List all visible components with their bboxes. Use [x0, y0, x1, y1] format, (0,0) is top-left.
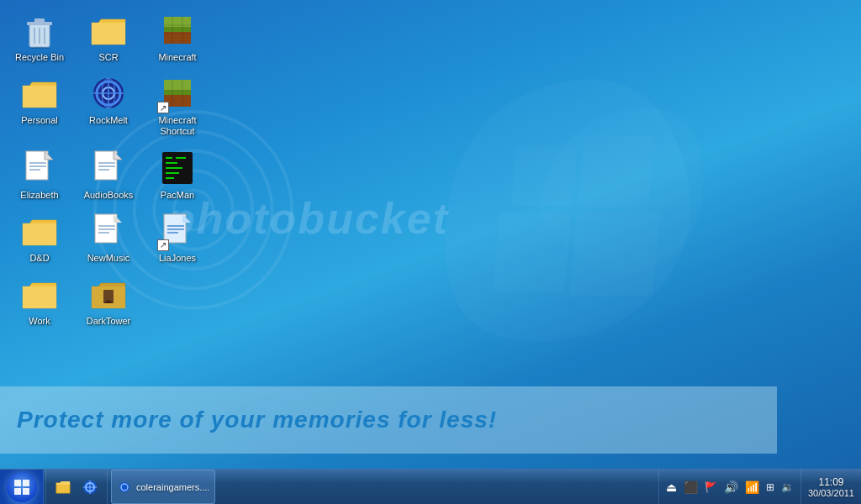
quick-browser-button[interactable]	[77, 474, 103, 501]
svg-rect-18	[164, 27, 191, 32]
taskbar: coleraingamers.... ⏏ ⬛ 🚩 🔊 📶 ⊞ 🔉 11:09 3…	[0, 469, 861, 504]
minecraft-label: Minecraft	[158, 52, 196, 63]
clock-time: 11:09	[818, 476, 843, 488]
desktop-icon-minecraft[interactable]: Minecraft	[145, 7, 210, 66]
svg-rect-46	[166, 167, 182, 169]
darktower-icon	[88, 274, 129, 314]
elizabeth-label: Elizabeth	[20, 190, 58, 201]
tray-volume-icon[interactable]: 🔉	[779, 480, 795, 495]
windows-logo-icon	[13, 478, 31, 496]
liajones-icon: ↗	[157, 211, 198, 251]
newmusic-icon	[88, 211, 129, 251]
svg-rect-45	[166, 162, 177, 164]
svg-rect-3	[569, 213, 659, 296]
quick-explorer-button[interactable]	[50, 474, 77, 501]
system-tray: ⏏ ⬛ 🚩 🔊 📶 ⊞ 🔉	[658, 470, 800, 504]
svg-rect-2	[493, 213, 571, 291]
darktower-label: DarkTower	[87, 316, 131, 327]
photobucket-banner-text: Protect more of your memories for less!	[17, 407, 497, 433]
svg-rect-1	[578, 136, 655, 207]
windows-flag-watermark	[424, 67, 710, 353]
recycle-bin-label: Recycle Bin	[15, 52, 64, 63]
tray-network2-icon[interactable]: ⊞	[764, 480, 776, 495]
taskbar-item-coleraine[interactable]: coleraingamers....	[111, 470, 215, 504]
coleraine-window-icon	[117, 480, 132, 495]
desktop-icon-darktower[interactable]: DarkTower	[76, 270, 141, 330]
svg-rect-0	[512, 146, 578, 206]
svg-rect-43	[166, 157, 172, 159]
rockmelt-label: RockMelt	[89, 115, 128, 126]
desktop-icon-minecraft-shortcut[interactable]: ↗ Minecraft Shortcut	[145, 70, 210, 140]
coleraine-window-label: coleraingamers....	[136, 482, 209, 492]
desktop-icon-dnd[interactable]: D&D	[7, 207, 72, 267]
svg-rect-48	[166, 177, 174, 179]
desktop-icon-recycle-bin[interactable]: Recycle Bin	[7, 7, 72, 66]
liajones-shortcut-arrow: ↗	[157, 239, 169, 251]
desktop-icon-audiobooks[interactable]: AudioBooks	[76, 144, 141, 204]
liajones-label: LiaJones	[159, 253, 196, 264]
tray-pdf-icon[interactable]: ⬛	[682, 479, 700, 496]
recycle-bin-icon	[19, 10, 60, 50]
desktop-icon-rockmelt[interactable]: RockMelt	[76, 70, 141, 140]
photobucket-banner: Protect more of your memories for less!	[0, 386, 777, 454]
clock-date: 30/03/2011	[808, 488, 854, 498]
svg-rect-11	[34, 18, 45, 23]
svg-rect-61	[14, 488, 21, 495]
desktop-icon-scr[interactable]: SCR	[76, 7, 141, 66]
svg-rect-59	[14, 480, 21, 486]
svg-rect-60	[23, 480, 29, 486]
elizabeth-icon	[19, 148, 60, 188]
svg-rect-31	[164, 90, 191, 95]
svg-rect-62	[23, 488, 29, 495]
desktop-icon-work[interactable]: Work	[7, 270, 72, 330]
tray-flag-icon[interactable]: 🚩	[703, 480, 719, 495]
desktop-icon-personal[interactable]: Personal	[7, 70, 72, 140]
dnd-icon	[19, 211, 60, 251]
start-button[interactable]	[0, 470, 44, 505]
quick-launch-area	[45, 470, 108, 504]
personal-icon	[19, 73, 60, 113]
desktop-icons-area: Recycle Bin SCR Minecraft	[0, 0, 217, 337]
pacman-label: PacMan	[161, 190, 194, 201]
newmusic-label: NewMusic	[87, 253, 130, 264]
scr-label: SCR	[98, 52, 118, 63]
tray-network-icon[interactable]: 📶	[743, 479, 761, 496]
start-orb	[7, 472, 37, 502]
work-label: Work	[29, 316, 50, 327]
dnd-label: D&D	[29, 253, 49, 264]
minecraft-icon	[157, 10, 198, 50]
tray-usb-icon[interactable]: ⏏	[664, 479, 679, 496]
shortcut-arrow: ↗	[157, 102, 169, 113]
svg-rect-47	[166, 172, 179, 174]
minecraft-shortcut-icon: ↗	[157, 73, 198, 113]
scr-icon	[88, 10, 129, 50]
firefox-icon	[82, 479, 98, 496]
desktop-icon-liajones[interactable]: ↗ LiaJones	[145, 207, 210, 267]
firefox-small-icon	[118, 480, 131, 494]
explorer-icon	[55, 480, 71, 495]
tray-speaker-icon[interactable]: 🔊	[722, 479, 740, 496]
personal-label: Personal	[21, 115, 57, 126]
desktop-icon-elizabeth[interactable]: Elizabeth	[7, 144, 72, 204]
desktop-icon-pacman[interactable]: PacMan	[145, 144, 210, 204]
audiobooks-icon	[88, 148, 129, 188]
desktop-icon-newmusic[interactable]: NewMusic	[76, 207, 141, 267]
svg-rect-44	[176, 157, 186, 159]
audiobooks-label: AudioBooks	[84, 190, 134, 201]
clock-area[interactable]: 11:09 30/03/2011	[800, 470, 861, 504]
pacman-icon	[157, 148, 198, 188]
work-icon	[19, 274, 60, 314]
minecraft-shortcut-label: Minecraft Shortcut	[147, 115, 208, 137]
taskbar-windows-area: coleraingamers....	[108, 470, 215, 504]
rockmelt-icon	[88, 73, 129, 113]
